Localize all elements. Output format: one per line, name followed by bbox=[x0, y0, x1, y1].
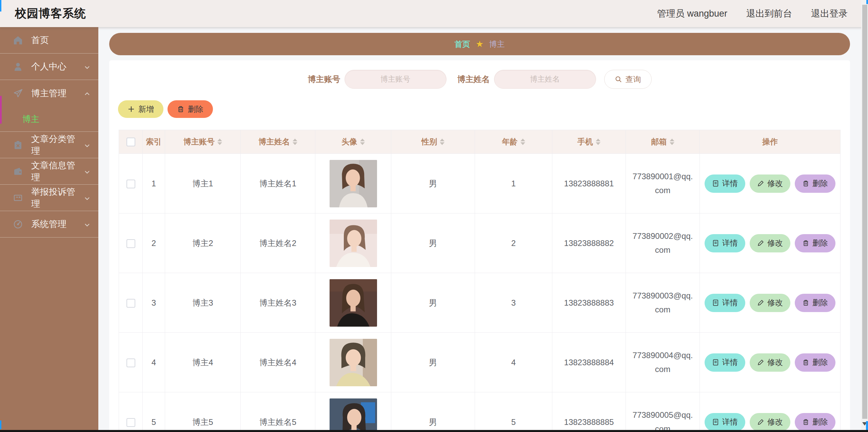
cell-age: 1 bbox=[475, 154, 552, 213]
sort-carets-icon[interactable] bbox=[670, 139, 674, 145]
column-header-phone[interactable]: 手机 bbox=[552, 130, 626, 154]
row-checkbox[interactable] bbox=[126, 358, 135, 367]
sort-carets-icon[interactable] bbox=[520, 139, 525, 145]
document-icon bbox=[712, 359, 719, 366]
cell-name: 博主姓名4 bbox=[241, 333, 315, 392]
chevron-down-icon bbox=[83, 141, 91, 149]
cell-index: 3 bbox=[143, 273, 165, 333]
star-separator-icon: ★ bbox=[475, 40, 484, 49]
column-header-avatar[interactable]: 头像 bbox=[315, 130, 391, 154]
row-checkbox[interactable] bbox=[126, 180, 135, 188]
sort-carets-icon[interactable] bbox=[440, 139, 445, 145]
cell-index: 4 bbox=[143, 333, 165, 392]
add-button-label: 新增 bbox=[138, 104, 154, 115]
cell-index: 2 bbox=[143, 213, 165, 273]
document-icon bbox=[712, 240, 719, 247]
batch-delete-button[interactable]: 删除 bbox=[167, 100, 213, 118]
cell-phone: 13823888885 bbox=[552, 392, 626, 432]
delete-button[interactable]: 删除 bbox=[795, 294, 835, 312]
edit-button[interactable]: 修改 bbox=[750, 353, 790, 372]
logout-link[interactable]: 退出登录 bbox=[811, 7, 848, 20]
send-icon bbox=[13, 88, 23, 98]
row-checkbox[interactable] bbox=[126, 299, 135, 308]
column-header-account[interactable]: 博主账号 bbox=[165, 130, 241, 154]
sort-carets-icon[interactable] bbox=[293, 139, 297, 145]
edit-button[interactable]: 修改 bbox=[750, 234, 790, 252]
cell-age: 4 bbox=[475, 333, 552, 392]
table-row: 4 博主4 博主姓名4 男 4 13823888884 773890004@qq… bbox=[119, 333, 841, 392]
delete-button[interactable]: 删除 bbox=[795, 234, 835, 252]
sidebar-item-system-management[interactable]: 系统管理 bbox=[0, 211, 98, 238]
detail-button[interactable]: 详情 bbox=[705, 174, 745, 193]
edit-button[interactable]: 修改 bbox=[750, 174, 790, 193]
sort-carets-icon[interactable] bbox=[596, 139, 600, 145]
header-select-all-cell bbox=[119, 130, 143, 154]
document-icon bbox=[712, 299, 719, 306]
name-input[interactable] bbox=[494, 70, 596, 89]
sidebar-subitem-label: 博主 bbox=[22, 114, 39, 125]
vertical-scrollbar[interactable] bbox=[861, 0, 868, 430]
pencil-icon bbox=[757, 180, 764, 187]
cell-name: 博主姓名2 bbox=[241, 213, 315, 273]
delete-button[interactable]: 删除 bbox=[795, 353, 835, 372]
table-toolbar: 新增 删除 bbox=[118, 100, 850, 118]
delete-button[interactable]: 删除 bbox=[795, 413, 835, 431]
active-menu-indicator bbox=[0, 96, 2, 124]
trash-icon bbox=[802, 240, 809, 247]
cell-phone: 13823888881 bbox=[552, 154, 626, 213]
sidebar-item-article-info[interactable]: 文章信息管理 bbox=[0, 158, 98, 185]
account-input[interactable] bbox=[344, 70, 447, 89]
select-all-checkbox[interactable] bbox=[126, 138, 135, 146]
screen-edge-artifact bbox=[0, 420, 1, 429]
document-icon bbox=[712, 418, 719, 426]
sidebar-subitem-blogger[interactable]: 博主 bbox=[0, 106, 98, 132]
sort-carets-icon[interactable] bbox=[217, 139, 222, 145]
query-button[interactable]: 查询 bbox=[604, 70, 652, 89]
pencil-icon bbox=[757, 359, 764, 366]
breadcrumb-home-link[interactable]: 首页 bbox=[454, 39, 470, 49]
cell-gender: 男 bbox=[391, 273, 475, 333]
sidebar-item-blogger-management[interactable]: 博主管理 bbox=[0, 80, 98, 106]
column-header-gender[interactable]: 性别 bbox=[391, 130, 475, 154]
cell-gender: 男 bbox=[391, 213, 475, 273]
detail-button[interactable]: 详情 bbox=[705, 353, 745, 372]
detail-button[interactable]: 详情 bbox=[705, 234, 745, 252]
trash-icon bbox=[802, 180, 809, 187]
sidebar-item-label: 举报投诉管理 bbox=[31, 186, 75, 210]
detail-button[interactable]: 详情 bbox=[705, 413, 745, 431]
app-window: 校园博客系统 管理员 wangbuer 退出到前台 退出登录 首页 个人中心 bbox=[0, 0, 868, 432]
add-button[interactable]: 新增 bbox=[118, 100, 163, 118]
pencil-icon bbox=[757, 418, 764, 426]
avatar-image bbox=[330, 339, 377, 386]
cell-phone: 13823888883 bbox=[552, 273, 626, 333]
column-header-age[interactable]: 年龄 bbox=[475, 130, 552, 154]
column-header-name[interactable]: 博主姓名 bbox=[241, 130, 315, 154]
exit-to-front-link[interactable]: 退出到前台 bbox=[746, 7, 792, 20]
cell-age: 5 bbox=[475, 392, 552, 432]
column-header-index[interactable]: 索引 bbox=[143, 130, 165, 154]
edit-button[interactable]: 修改 bbox=[750, 294, 790, 312]
sidebar-item-home[interactable]: 首页 bbox=[0, 27, 98, 54]
chevron-down-icon bbox=[83, 168, 91, 175]
sidebar-item-personal-center[interactable]: 个人中心 bbox=[0, 54, 98, 80]
row-checkbox[interactable] bbox=[126, 418, 135, 427]
sidebar-item-report-complaint[interactable]: 举报投诉管理 bbox=[0, 185, 98, 211]
detail-button[interactable]: 详情 bbox=[705, 294, 745, 312]
sidebar-item-label: 首页 bbox=[31, 34, 91, 46]
edit-button[interactable]: 修改 bbox=[750, 413, 790, 431]
avatar-image bbox=[330, 220, 377, 267]
cell-account: 博主3 bbox=[165, 273, 241, 333]
header-links: 管理员 wangbuer 退出到前台 退出登录 bbox=[657, 7, 848, 20]
query-button-label: 查询 bbox=[626, 74, 641, 85]
row-checkbox[interactable] bbox=[126, 239, 135, 248]
cell-phone: 13823888882 bbox=[552, 213, 626, 273]
sort-carets-icon[interactable] bbox=[360, 139, 365, 145]
breadcrumb-current: 博主 bbox=[489, 39, 505, 49]
sidebar-item-article-category[interactable]: 文章分类管理 bbox=[0, 132, 98, 158]
scrollbar-thumb[interactable] bbox=[862, 5, 867, 419]
table-header-row: 索引 博主账号 博主姓名 头像 性别 年龄 手机 邮箱 操作 bbox=[119, 130, 841, 154]
column-header-actions: 操作 bbox=[700, 130, 841, 154]
delete-button[interactable]: 删除 bbox=[795, 174, 835, 193]
column-header-email[interactable]: 邮箱 bbox=[626, 130, 700, 154]
bottom-window-edge bbox=[0, 430, 868, 432]
